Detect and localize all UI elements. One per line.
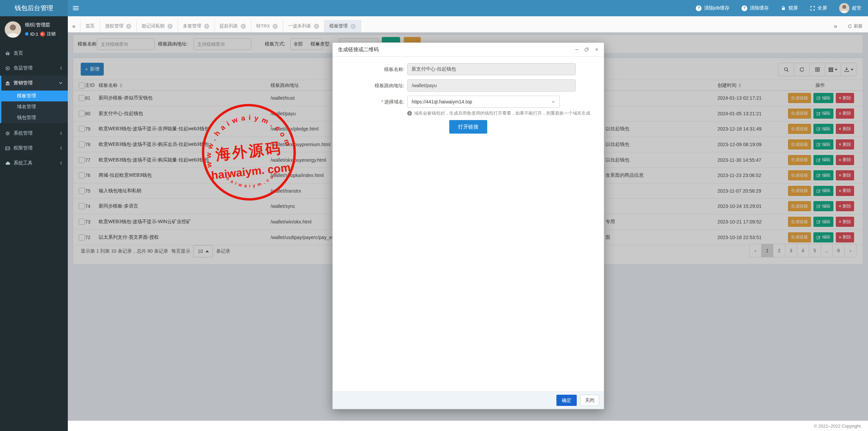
id-card-icon	[5, 146, 10, 151]
question-circle-icon: ?	[696, 5, 702, 11]
copyright-label: © 2021~2022 Copyright	[814, 424, 861, 429]
sidebar-item-label: 首页	[14, 50, 23, 56]
app-screen: 钱包后台管理 ? 清除job缓存 ? 清除缓存 锁屏 全屏 超管	[0, 0, 868, 431]
sidebar-subitem-label: 钱包管理	[17, 115, 36, 121]
sidebar-item-marketing[interactable]: 营销管理	[1, 76, 68, 91]
modal-footer: 确定 关闭	[333, 391, 604, 409]
maximize-icon[interactable]	[584, 47, 589, 52]
tab[interactable]: 一波杀列表 ×	[283, 20, 324, 32]
fullscreen-button[interactable]: 全屏	[810, 5, 827, 11]
sidebar-menu: 首页 鱼苗管理 营销管理 模板管理 域名管理	[0, 46, 68, 171]
question-circle-icon: ?	[742, 5, 747, 11]
modal-header: 生成链接或二维码 − ×	[333, 43, 604, 57]
stamp-center-text: 海外源码	[215, 139, 283, 163]
lock-icon	[781, 5, 786, 11]
app-title: 钱包后台管理	[0, 0, 68, 16]
sidebar-item-label: 系统管理	[14, 130, 33, 136]
tab[interactable]: 转TRX ×	[251, 20, 283, 32]
domain-hint: i 域名会被钱包封，生成后用鱼使用的钱包打开看看，如果不能打开，则重新换一个域名…	[407, 110, 590, 116]
sidebar-subitem-label: 模板管理	[17, 93, 36, 99]
tab[interactable]: 首页	[80, 20, 100, 32]
refresh-label: 刷新	[854, 23, 863, 29]
sidebar-item-label: 营销管理	[14, 80, 33, 86]
sidebar-item-home[interactable]: 首页	[0, 46, 68, 61]
user-label: 超管	[852, 5, 861, 11]
chevron-left-icon	[59, 66, 63, 70]
clear-job-cache-button[interactable]: ? 清除job缓存	[696, 5, 729, 11]
sidebar-item-system[interactable]: 系统管理	[0, 126, 68, 141]
tab-label: 首页	[85, 23, 95, 29]
domain-hint-text: 域名会被钱包封，生成后用鱼使用的钱包打开看看，如果不能打开，则重新换一个域名生成	[414, 110, 590, 116]
sidebar-item-domain-management[interactable]: 域名管理	[1, 101, 68, 112]
tab-label: 提款列表	[220, 23, 238, 29]
tab-close-icon[interactable]: ×	[126, 24, 131, 29]
sidebar-item-label: 鱼苗管理	[14, 65, 33, 71]
navbar-actions: ? 清除job缓存 ? 清除缓存 锁屏 全屏 超管	[696, 3, 868, 13]
refresh-button[interactable]: 刷新	[848, 23, 863, 29]
tab-close-icon[interactable]: ×	[273, 24, 278, 29]
fullscreen-icon	[810, 6, 815, 11]
chevron-left-icon	[59, 146, 63, 150]
lock-screen-label: 锁屏	[788, 5, 798, 11]
sidebar-item-label: 权限管理	[14, 145, 33, 151]
tab[interactable]: 提款列表 ×	[215, 20, 251, 32]
tabs-scroll-right-icon[interactable]: »	[829, 20, 842, 32]
gear-icon	[5, 131, 10, 136]
status-dot-icon	[25, 32, 28, 36]
sidebar-item-template-management[interactable]: 模板管理	[1, 91, 68, 101]
sidebar-item-wallet-management[interactable]: 钱包管理	[1, 112, 68, 123]
tab-close-icon[interactable]: ×	[314, 24, 319, 29]
minimize-icon[interactable]: −	[575, 48, 579, 51]
tab-close-icon[interactable]: ×	[167, 24, 173, 29]
modal-template-name-label: 模板名称:	[333, 63, 405, 75]
bank-icon	[5, 81, 10, 86]
tab-label: 授权管理	[105, 23, 123, 29]
close-icon[interactable]: ×	[595, 46, 598, 53]
caret-down-icon	[552, 101, 555, 103]
tabs-scroll-left-icon[interactable]: «	[68, 20, 80, 32]
tab[interactable]: 助记词私钥 ×	[137, 20, 178, 32]
top-navbar: 钱包后台管理 ? 清除job缓存 ? 清除缓存 锁屏 全屏 超管	[0, 0, 868, 16]
sidebar-user-panel: 组织:管理层 ID:1 注销	[0, 16, 68, 42]
sidebar-item-fish[interactable]: 鱼苗管理	[0, 61, 68, 76]
tab-close-icon[interactable]: ×	[241, 24, 246, 29]
menu-toggle-button[interactable]	[68, 0, 83, 16]
target-icon	[5, 66, 10, 71]
tab[interactable]: 模板管理 ×	[324, 20, 361, 32]
sidebar-item-tools[interactable]: 系统工具	[0, 156, 68, 171]
tab-close-icon[interactable]: ×	[351, 24, 356, 29]
confirm-button[interactable]: 确定	[556, 395, 577, 406]
lock-screen-button[interactable]: 锁屏	[781, 5, 798, 11]
tab[interactable]: 授权管理 ×	[100, 20, 137, 32]
tab-label: 助记词私钥	[142, 23, 165, 29]
close-button[interactable]: 关闭	[580, 395, 599, 406]
user-menu[interactable]: 超管	[839, 3, 861, 13]
tab-close-icon[interactable]: ×	[204, 24, 209, 29]
refresh-icon	[848, 24, 852, 28]
domain-select[interactable]: https://441qt.haiwaiym14.top	[407, 96, 560, 108]
fullscreen-label: 全屏	[817, 5, 827, 11]
org-label: 组织:管理层	[25, 22, 56, 28]
tab-bar: « 首页 授权管理 × 助记词私钥 × 多签管理	[68, 16, 868, 33]
clear-cache-label: 清除缓存	[750, 5, 769, 11]
chevron-left-icon	[59, 161, 63, 165]
modal-route-value: /wallet/payu	[407, 79, 576, 92]
tab[interactable]: 多签管理 ×	[178, 20, 215, 32]
modal-domain-label: *选择域名:	[333, 96, 405, 108]
chevron-down-icon	[59, 81, 63, 85]
tab-label: 模板管理	[330, 23, 348, 29]
sidebar-item-permissions[interactable]: 权限管理	[0, 141, 68, 156]
tab-label: 一波杀列表	[288, 23, 311, 29]
modal-template-name-value: 新支付中心-拉起钱包	[407, 63, 576, 75]
clear-cache-button[interactable]: ? 清除缓存	[742, 5, 769, 11]
info-icon: i	[407, 111, 412, 116]
open-link-button[interactable]: 打开链接	[449, 120, 487, 134]
cloud-icon	[5, 161, 10, 166]
page-footer: © 2021~2022 Copyright	[68, 420, 868, 431]
logout-link[interactable]: 注销	[47, 31, 56, 37]
avatar	[839, 3, 849, 13]
tab-label: 转TRX	[256, 23, 270, 29]
user-id-label: ID:1	[30, 32, 38, 37]
home-icon	[5, 51, 10, 56]
tab-list: 首页 授权管理 × 助记词私钥 × 多签管理 ×	[80, 20, 361, 32]
